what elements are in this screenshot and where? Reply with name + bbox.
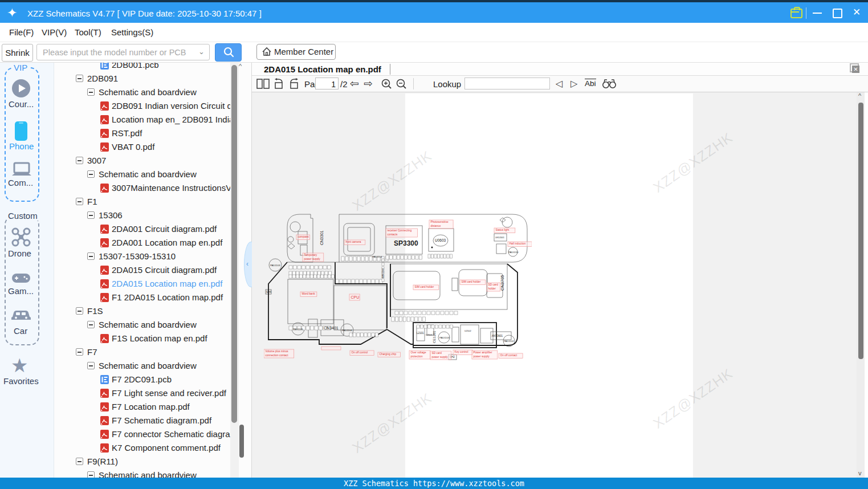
viewer-scroll-down-icon[interactable]: v xyxy=(858,470,862,476)
minimize-button[interactable] xyxy=(810,7,825,18)
viewer-scroll-up-icon[interactable]: ^ xyxy=(858,92,861,99)
favorites-star-icon[interactable]: ★ xyxy=(11,356,28,375)
tree-item-label[interactable]: Schematic and boardview xyxy=(99,169,197,179)
tree-file-row[interactable]: F7 Light sense and reciver.pdf xyxy=(54,386,251,400)
phone-icon[interactable] xyxy=(14,121,28,144)
tree-item-label[interactable]: F1 2DA015 Location map.pdf xyxy=(112,292,223,302)
sidebar-item-car[interactable]: Car xyxy=(14,326,27,336)
sidebar-item-course[interactable]: Cour... xyxy=(9,99,34,109)
collapse-minus-icon[interactable] xyxy=(87,170,95,178)
collapse-minus-icon[interactable] xyxy=(76,348,83,356)
tree-item-label[interactable]: 2DA015 Circuit diagram.pdf xyxy=(112,265,217,275)
tree-item-label[interactable]: Schematic and boardview xyxy=(99,320,197,329)
tree-item-label[interactable]: F7 Location map.pdf xyxy=(112,402,190,411)
tree-file-row[interactable]: 3007Maintenance InstructionsV xyxy=(54,181,251,195)
tree-item-label[interactable]: F7 Schematic diagram.pdf xyxy=(112,415,211,425)
tree-folder-row[interactable]: F7 xyxy=(54,345,251,359)
next-page-icon[interactable]: ⇨ xyxy=(364,77,373,90)
tree-item-label[interactable]: 2DA001 Circuit diagram.pdf xyxy=(112,224,217,234)
tree-file-row[interactable]: VBAT 0.pdf xyxy=(54,140,251,154)
lookup-input[interactable] xyxy=(464,78,550,89)
tree-item-label[interactable]: 2DA015 Location map en.pdf xyxy=(112,279,222,288)
sidebar-item-computer[interactable]: Com... xyxy=(8,178,33,188)
tree-folder-row[interactable]: Schematic and boardview xyxy=(54,168,251,181)
tree-folder-row[interactable]: 15306 xyxy=(54,209,251,222)
two-page-view-icon[interactable] xyxy=(256,79,270,89)
tree-file-row[interactable]: 2DA001 Location map en.pdf xyxy=(54,236,251,250)
tree-file-row[interactable]: 2DA015 Circuit diagram.pdf xyxy=(54,263,251,277)
collapse-minus-icon[interactable] xyxy=(87,88,95,96)
page-number-input[interactable]: 1 xyxy=(315,78,339,89)
collapse-minus-icon[interactable] xyxy=(87,252,95,260)
gamepad-icon[interactable] xyxy=(12,272,30,286)
tree-folder-row[interactable]: F1S xyxy=(54,304,251,318)
tree-item-label[interactable]: F9(R11) xyxy=(87,457,118,466)
zoom-in-icon[interactable] xyxy=(381,78,393,90)
rotate-left-icon[interactable] xyxy=(272,78,285,89)
collapse-minus-icon[interactable] xyxy=(76,458,83,465)
active-document-tab[interactable]: 2DA015 Location map en.pdf xyxy=(264,64,381,74)
tree-folder-row[interactable]: Schematic and boardview xyxy=(54,468,251,478)
tree-folder-row[interactable]: Schematic and boardview xyxy=(54,318,251,332)
collapse-minus-icon[interactable] xyxy=(76,157,83,164)
tree-item-label[interactable]: 3007Maintenance InstructionsV xyxy=(112,183,231,193)
tree-item-label[interactable]: F7 Light sense and reciver.pdf xyxy=(112,388,226,398)
close-tab-button[interactable]: ✕ xyxy=(852,66,859,73)
tree-folder-row[interactable]: F1 xyxy=(54,195,251,209)
tree-folder-row[interactable]: Schematic and boardview xyxy=(54,359,251,373)
tree-folder-row[interactable]: 3007 xyxy=(54,154,251,168)
tree-item-label[interactable]: Location map en_ 2DB091 India xyxy=(112,115,234,124)
tree-item-label[interactable]: K7 Component comment.pdf xyxy=(112,443,221,453)
tree-file-row[interactable]: F7 Schematic diagram.pdf xyxy=(54,414,251,427)
tree-item-label[interactable]: 2DB091 Indian version Circuit d xyxy=(112,101,232,111)
close-button[interactable]: ✕ xyxy=(849,7,864,19)
collapse-minus-icon[interactable] xyxy=(87,211,95,219)
collapse-minus-icon[interactable] xyxy=(76,198,83,205)
find-next-icon[interactable]: ▷ xyxy=(570,78,577,89)
pdf-viewer-canvas[interactable]: CN3301SP3300U0603CN3705CN3401PAD1103PAD1… xyxy=(252,92,857,478)
tree-item-label[interactable]: RST.pdf xyxy=(112,128,142,138)
tree-file-row[interactable]: Location map en_ 2DB091 India xyxy=(54,113,251,127)
sidebar-item-drone[interactable]: Drone xyxy=(8,248,31,258)
tree-item-label[interactable]: Schematic and boardview xyxy=(99,361,197,370)
collapse-minus-icon[interactable] xyxy=(76,75,83,82)
binoculars-icon[interactable] xyxy=(602,78,617,89)
drone-icon[interactable] xyxy=(11,227,31,250)
viewer-scrollbar-thumb[interactable] xyxy=(858,103,863,359)
match-case-toggle[interactable]: Abi xyxy=(585,79,596,88)
tree-item-label[interactable]: F1 xyxy=(87,197,97,206)
tree-file-row[interactable]: 2DA015 Location map en.pdf xyxy=(54,277,251,291)
tree-file-row[interactable]: 2DB091 Indian version Circuit d xyxy=(54,99,251,113)
sidebar-item-game[interactable]: Gam... xyxy=(8,286,34,296)
collapse-minus-icon[interactable] xyxy=(87,362,95,369)
tree-folder-row[interactable]: 2DB091 xyxy=(54,72,251,85)
sidebar-item-favorites[interactable]: Favorites xyxy=(3,376,39,386)
find-previous-icon[interactable]: ◁ xyxy=(556,78,563,89)
tree-item-label[interactable]: F7 2DC091.pcb xyxy=(112,374,172,384)
collapse-minus-icon[interactable] xyxy=(87,471,95,478)
tree-file-row[interactable]: F1 2DA015 Location map.pdf xyxy=(54,291,251,304)
tree-folder-row[interactable]: 15307-15309-15310 xyxy=(54,250,251,263)
tree-file-row[interactable]: F1S Location map en.pdf xyxy=(54,332,251,345)
member-center-button[interactable]: Member Center xyxy=(256,44,336,60)
tree-file-row[interactable]: 2DA001 Circuit diagram.pdf xyxy=(54,222,251,236)
chevron-down-icon[interactable]: ⌄ xyxy=(198,47,205,56)
rotate-right-icon[interactable] xyxy=(288,78,300,89)
tree-item-label[interactable]: 15307-15309-15310 xyxy=(99,251,176,261)
tree-item-label[interactable]: F7 xyxy=(87,347,97,357)
tree-item-label[interactable]: VBAT 0.pdf xyxy=(112,142,154,152)
tree-item-label[interactable]: 2DB001.pcb xyxy=(112,63,159,70)
tree-item-label[interactable]: 2DB091 xyxy=(87,74,118,83)
outer-scrollbar-thumb[interactable] xyxy=(239,425,244,458)
menu-vip[interactable]: VIP(V) xyxy=(42,27,67,37)
tree-file-row[interactable]: F7 connector Schematic diagrar xyxy=(54,427,251,441)
model-search-input[interactable]: Please input the model number or PCB ⌄ xyxy=(36,44,210,60)
tree-item-label[interactable]: Schematic and boardview xyxy=(99,87,197,97)
shrink-button[interactable]: Shrink xyxy=(2,44,33,62)
tree-item-label[interactable]: F1S Location map en.pdf xyxy=(112,333,207,343)
menu-settings[interactable]: Settings(S) xyxy=(111,27,153,37)
sidebar-item-phone[interactable]: Phone xyxy=(9,141,34,151)
zoom-out-icon[interactable] xyxy=(396,78,407,90)
tree-folder-row[interactable]: Schematic and boardview xyxy=(54,85,251,99)
tree-file-row[interactable]: RST.pdf xyxy=(54,127,251,140)
